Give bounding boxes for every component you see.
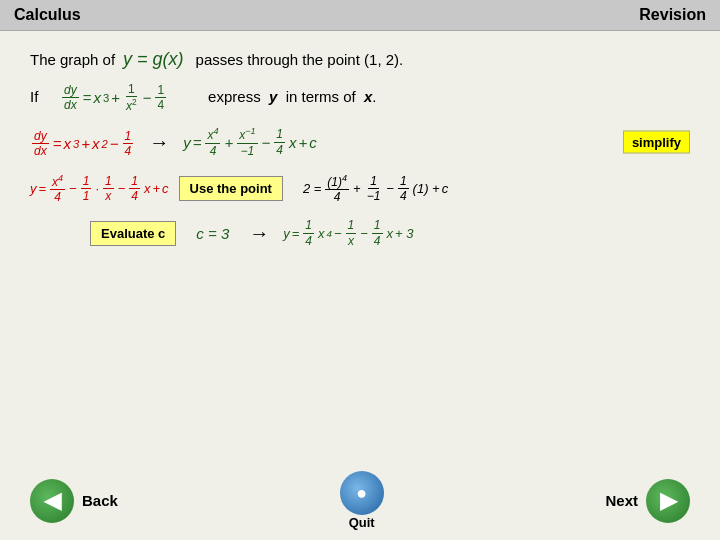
row5-evaluate: Evaluate c c = 3 → y = 1 4 x4 − 1 x − 1 (90, 218, 690, 248)
express-in-terms-text: express y in terms of x. (208, 88, 376, 105)
graph-of-label: The graph of (30, 51, 115, 68)
eval-final-formula: y = 1 4 x4 − 1 x − 1 4 x + 3 (283, 218, 413, 248)
header-title: Calculus (14, 6, 81, 24)
header-revision: Revision (639, 6, 706, 24)
footer: ◀ Back ● Quit Next ▶ (0, 471, 720, 530)
quit-button[interactable]: ● Quit (340, 471, 384, 530)
simplify-badge: simplify (623, 131, 690, 154)
row3-math: dy dx = x3 + x2 − 1 4 → y = x4 4 + (30, 126, 690, 159)
eval-result: c = 3 (196, 225, 229, 242)
quit-label: Quit (349, 515, 375, 530)
next-circle-icon: ▶ (646, 479, 690, 523)
row4-lhs: y = x4 4 − 1 1 · 1 x − 1 4 (30, 173, 169, 205)
graph-formula: y = g(x) (123, 49, 184, 70)
if-label: If (30, 88, 50, 105)
quit-circle-icon: ● (340, 471, 384, 515)
row3-lhs: dy dx = x3 + x2 − 1 4 (30, 126, 135, 159)
back-label: Back (82, 492, 118, 509)
row4-use-point: y = x4 4 − 1 1 · 1 x − 1 4 (30, 173, 690, 205)
passes-through-text: passes through the point (1, 2). (196, 51, 404, 68)
main-content: The graph of y = g(x) passes through the… (0, 31, 720, 268)
derivative-formula: dy dx = x3 + 1 x2 − 1 4 (60, 80, 168, 114)
row3-rhs: y = x4 4 + x−1 −1 − 1 4 x + c (183, 126, 317, 158)
row1: The graph of y = g(x) passes through the… (30, 49, 690, 70)
back-button[interactable]: ◀ Back (30, 479, 118, 523)
row4-rhs: 2 = (1)4 4 + 1 −1 − 1 4 (1) + c (303, 173, 448, 205)
next-button[interactable]: Next ▶ (605, 479, 690, 523)
header: Calculus Revision (0, 0, 720, 31)
back-circle-icon: ◀ (30, 479, 74, 523)
row3-arrow: → (149, 131, 169, 154)
eval-arrow: → (249, 222, 269, 245)
use-point-button[interactable]: Use the point (179, 176, 283, 201)
next-label: Next (605, 492, 638, 509)
row2: If dy dx = x3 + 1 x2 − 1 4 exp (30, 80, 690, 114)
evaluate-c-button[interactable]: Evaluate c (90, 221, 176, 246)
